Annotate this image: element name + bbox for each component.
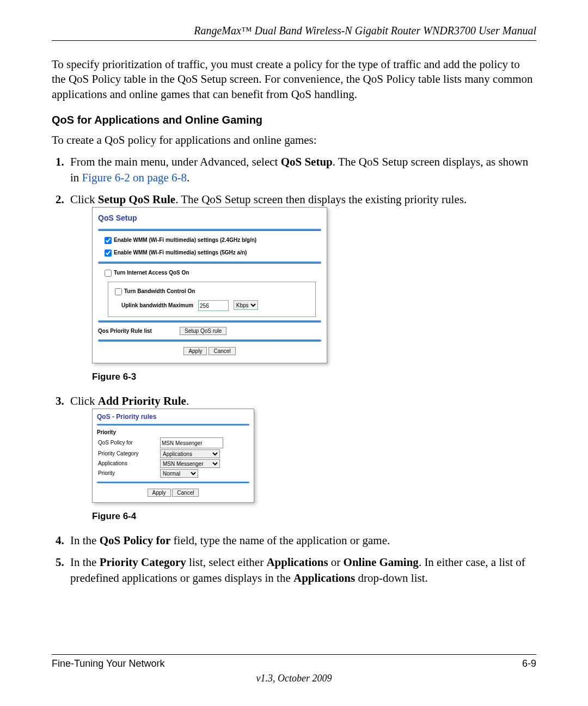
step-5: In the Priority Category list, select ei… — [67, 555, 536, 586]
header-rule — [52, 40, 536, 41]
step-2: Click Setup QoS Rule. The QoS Setup scre… — [67, 192, 536, 384]
uplink-unit-select[interactable]: Kbps — [234, 300, 258, 310]
text: From the main menu, under Advanced, sele… — [70, 155, 281, 168]
page-header: RangeMax™ Dual Band Wireless-N Gigabit R… — [52, 25, 536, 37]
footer-page-number: 6-9 — [522, 658, 536, 670]
text-bold: Online Gaming — [344, 556, 419, 569]
text: or — [328, 556, 344, 569]
text: Click — [70, 193, 98, 206]
step-1: From the main menu, under Advanced, sele… — [67, 154, 536, 185]
separator — [97, 424, 249, 425]
text-bold: Priority Category — [100, 556, 186, 569]
turn-bw-label: Turn Bandwidth Control On — [124, 288, 195, 294]
uplink-bandwidth-input[interactable] — [198, 300, 229, 311]
text: In the — [70, 556, 100, 569]
apply-button[interactable]: Apply — [148, 489, 171, 497]
bandwidth-box: Turn Bandwidth Control On Uplink bandwid… — [108, 282, 316, 317]
qos-setup-screenshot: QoS Setup Enable WMM (Wi-Fi multimedia) … — [92, 207, 327, 363]
apply-button[interactable]: Apply — [183, 347, 207, 355]
cancel-button[interactable]: Cancel — [209, 347, 235, 355]
cancel-button[interactable]: Cancel — [172, 489, 199, 497]
figure-xref-link[interactable]: Figure 6-2 on page 6-8 — [82, 171, 187, 184]
separator — [97, 482, 249, 483]
separator — [98, 339, 321, 342]
text: drop-down list. — [355, 571, 428, 585]
separator — [98, 229, 321, 231]
priority-category-select[interactable]: Applications — [160, 449, 220, 458]
table-row: Applications MSN Messenger — [97, 459, 249, 468]
text: Click — [70, 394, 98, 407]
text: In the — [70, 534, 100, 547]
separator — [98, 320, 321, 322]
text-bold: Setup QoS Rule — [98, 193, 175, 206]
priority-category-label: Priority Category — [97, 449, 159, 459]
priority-rules-title: QoS - Priority rules — [97, 412, 249, 421]
separator — [98, 261, 321, 264]
qos-policy-for-input[interactable] — [160, 437, 223, 448]
step-3: Click Add Priority Rule. QoS - Priority … — [67, 393, 536, 523]
uplink-label: Uplink bandwidth Maximum — [121, 302, 193, 308]
applications-label: Applications — [97, 459, 159, 468]
section-heading: QoS for Applications and Online Gaming — [52, 114, 536, 126]
text-bold: QoS Policy for — [100, 534, 171, 547]
text: . — [186, 394, 189, 407]
wmm-5ghz-label: Enable WMM (Wi-Fi multimedia) settings (… — [114, 249, 247, 255]
applications-select[interactable]: MSN Messenger — [160, 459, 220, 468]
priority-rules-screenshot: QoS - Priority rules Priority QoS Policy… — [92, 409, 254, 503]
text-bold: Add Priority Rule — [98, 394, 186, 407]
footer-version: v1.3, October 2009 — [52, 673, 536, 684]
wmm-24ghz-checkbox[interactable] — [105, 237, 112, 244]
footer-section-title: Fine-Tuning Your Network — [52, 658, 164, 670]
rule-list-label: Qos Priority Rule list — [98, 327, 180, 335]
wmm-24ghz-label: Enable WMM (Wi-Fi multimedia) settings (… — [114, 237, 256, 243]
turn-qos-checkbox[interactable] — [105, 270, 112, 277]
turn-qos-label: Turn Internet Access QoS On — [114, 270, 189, 276]
text-bold: QoS Setup — [281, 155, 333, 168]
text: . The QoS Setup screen then displays the… — [175, 193, 467, 206]
text-bold: Applications — [293, 571, 355, 585]
text-bold: Applications — [266, 556, 328, 569]
setup-qos-rule-button[interactable]: Setup QoS rule — [180, 327, 226, 335]
priority-select[interactable]: Normal — [160, 469, 198, 478]
table-row: Priority Normal — [97, 468, 249, 478]
figure-6-4-caption: Figure 6-4 — [92, 510, 536, 523]
footer-rule — [52, 654, 536, 655]
turn-bw-checkbox[interactable] — [115, 288, 122, 295]
intro-paragraph: To specify prioritization of traffic, yo… — [52, 57, 536, 102]
priority-heading: Priority — [97, 429, 249, 436]
lead-sentence: To create a QoS policy for applications … — [52, 133, 536, 148]
wmm-5ghz-checkbox[interactable] — [105, 249, 112, 257]
table-row: QoS Policy for — [97, 437, 249, 449]
step-4: In the QoS Policy for field, type the na… — [67, 533, 536, 548]
priority-label: Priority — [97, 468, 159, 478]
qos-setup-title: QoS Setup — [98, 213, 321, 223]
text: . — [187, 171, 189, 184]
figure-6-3-caption: Figure 6-3 — [92, 371, 536, 384]
qos-policy-for-label: QoS Policy for — [97, 437, 159, 449]
table-row: Priority Category Applications — [97, 449, 249, 459]
page-footer: Fine-Tuning Your Network 6-9 v1.3, Octob… — [52, 650, 536, 684]
text: list, select either — [186, 556, 267, 569]
text: field, type the name of the application … — [170, 534, 390, 547]
